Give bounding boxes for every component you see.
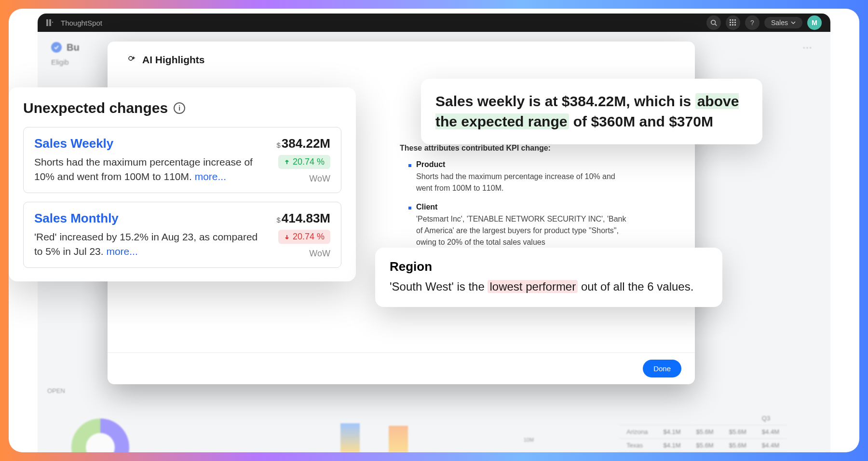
svg-rect-0 bbox=[46, 19, 48, 26]
region-title: Region bbox=[390, 259, 708, 274]
svg-rect-2 bbox=[52, 22, 53, 23]
kpi-item-client: Client 'Petsmart Inc', 'TENABLE NETWORK … bbox=[408, 203, 668, 248]
done-button[interactable]: Done bbox=[643, 360, 681, 377]
period-label: WoW bbox=[278, 174, 330, 184]
bullet-icon bbox=[408, 207, 411, 210]
svg-rect-1 bbox=[49, 19, 51, 26]
metric-value: $384.22M bbox=[276, 136, 330, 151]
table-row: Arizona$4.1M$5.6M$5.6M$4.4M bbox=[619, 425, 787, 439]
table-row: Texas$4.1M$5.6M$5.6M$4.4M bbox=[619, 439, 787, 452]
modal-title: AI Highlights bbox=[142, 54, 205, 66]
svg-rect-7 bbox=[734, 19, 736, 21]
svg-rect-12 bbox=[732, 24, 733, 26]
svg-line-4 bbox=[715, 24, 717, 26]
metric-description: Shorts had the maximum percentage increa… bbox=[34, 155, 269, 184]
headline-card: Sales weekly is at $384.22M, which is ab… bbox=[421, 79, 762, 144]
delta-badge-up: 20.74 % bbox=[278, 155, 330, 169]
metric-description: 'Red' increased by 15.2% in Aug 23, as c… bbox=[34, 230, 269, 259]
brand-name: ThoughtSpot bbox=[61, 19, 102, 27]
delta-badge-down: 20.74 % bbox=[278, 230, 330, 244]
metric-value: $414.83M bbox=[276, 211, 330, 226]
chevron-down-icon bbox=[791, 20, 796, 25]
svg-point-3 bbox=[711, 20, 716, 25]
apps-grid-icon[interactable] bbox=[726, 15, 740, 30]
svg-rect-10 bbox=[734, 22, 736, 23]
arrow-down-icon bbox=[284, 234, 290, 240]
svg-rect-11 bbox=[730, 24, 731, 26]
change-card-sales-weekly[interactable]: Sales Weekly $384.22M Shorts had the max… bbox=[23, 127, 341, 193]
workspace-dropdown[interactable]: Sales bbox=[764, 17, 802, 28]
background-label: OPEN bbox=[47, 387, 65, 394]
brand-logo-icon bbox=[46, 18, 55, 27]
highlight-negative: lowest performer bbox=[488, 280, 578, 293]
kpi-caption: These attributes contributed KPI change: bbox=[400, 144, 668, 153]
more-menu-button[interactable]: ⋯ bbox=[798, 40, 817, 55]
search-icon[interactable] bbox=[706, 15, 721, 30]
app-header: ThoughtSpot ? Sales M bbox=[38, 14, 830, 32]
help-icon[interactable]: ? bbox=[745, 15, 760, 30]
verified-badge-icon bbox=[51, 42, 62, 53]
svg-point-14 bbox=[129, 56, 133, 60]
unexpected-changes-panel: Unexpected changes i Sales Weekly $384.2… bbox=[9, 87, 356, 281]
metric-name: Sales Weekly bbox=[34, 136, 113, 151]
svg-rect-6 bbox=[732, 19, 733, 21]
svg-rect-8 bbox=[730, 22, 731, 23]
more-link[interactable]: more... bbox=[106, 246, 137, 257]
region-text: 'South West' is the lowest performer out… bbox=[390, 280, 708, 293]
arrow-up-icon bbox=[284, 159, 290, 165]
donut-chart-icon bbox=[71, 419, 129, 452]
kpi-item-product: Product Shorts had the maximum percentag… bbox=[408, 160, 668, 194]
section-title: Unexpected changes bbox=[23, 100, 168, 116]
svg-rect-9 bbox=[732, 22, 733, 23]
svg-rect-13 bbox=[734, 24, 736, 26]
region-card: Region 'South West' is the lowest perfor… bbox=[375, 248, 722, 307]
background-table: Q3 Arizona$4.1M$5.6M$5.6M$4.4M Texas$4.1… bbox=[619, 412, 787, 452]
svg-rect-5 bbox=[730, 19, 731, 21]
page-title-fragment: Bu bbox=[67, 42, 80, 53]
period-label: WoW bbox=[278, 249, 330, 259]
info-icon[interactable]: i bbox=[174, 102, 185, 114]
bullet-icon bbox=[408, 164, 411, 167]
background-dashboard: 10M Q3 Arizona$4.1M$5.6M$5.6M$4.4M Texas… bbox=[67, 409, 801, 452]
more-link[interactable]: more... bbox=[195, 171, 226, 182]
sparkle-icon bbox=[127, 55, 136, 65]
avatar[interactable]: M bbox=[807, 15, 822, 30]
metric-name: Sales Monthly bbox=[34, 211, 119, 226]
change-card-sales-monthly[interactable]: Sales Monthly $414.83M 'Red' increased b… bbox=[23, 202, 341, 268]
